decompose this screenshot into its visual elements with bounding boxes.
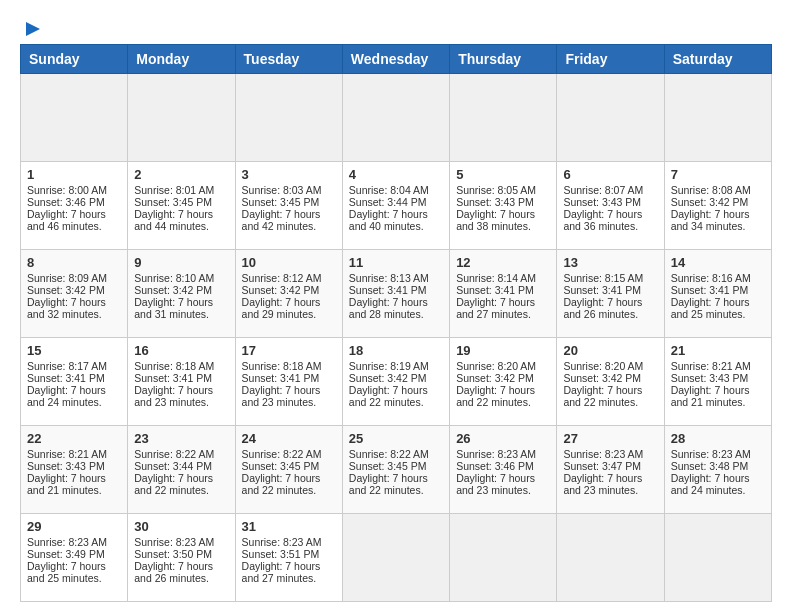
- sunset-text: Sunset: 3:41 PM: [563, 284, 641, 296]
- day-number: 20: [563, 343, 657, 358]
- page-header: [20, 20, 772, 34]
- sunset-text: Sunset: 3:48 PM: [671, 460, 749, 472]
- day-header-tuesday: Tuesday: [235, 45, 342, 74]
- day-number: 6: [563, 167, 657, 182]
- day-number: 15: [27, 343, 121, 358]
- daylight-text: Daylight: 7 hours and 23 minutes.: [563, 472, 642, 496]
- calendar-cell: 15Sunrise: 8:17 AMSunset: 3:41 PMDayligh…: [21, 338, 128, 426]
- sunrise-text: Sunrise: 8:20 AM: [456, 360, 536, 372]
- daylight-text: Daylight: 7 hours and 22 minutes.: [563, 384, 642, 408]
- day-number: 27: [563, 431, 657, 446]
- sunrise-text: Sunrise: 8:23 AM: [27, 536, 107, 548]
- daylight-text: Daylight: 7 hours and 25 minutes.: [671, 296, 750, 320]
- sunrise-text: Sunrise: 8:18 AM: [134, 360, 214, 372]
- daylight-text: Daylight: 7 hours and 46 minutes.: [27, 208, 106, 232]
- sunset-text: Sunset: 3:42 PM: [134, 284, 212, 296]
- sunrise-text: Sunrise: 8:23 AM: [456, 448, 536, 460]
- calendar-cell: 1Sunrise: 8:00 AMSunset: 3:46 PMDaylight…: [21, 162, 128, 250]
- sunset-text: Sunset: 3:45 PM: [242, 196, 320, 208]
- day-number: 30: [134, 519, 228, 534]
- calendar-cell: 9Sunrise: 8:10 AMSunset: 3:42 PMDaylight…: [128, 250, 235, 338]
- calendar-cell: [235, 74, 342, 162]
- calendar-cell: [342, 74, 449, 162]
- sunrise-text: Sunrise: 8:07 AM: [563, 184, 643, 196]
- sunrise-text: Sunrise: 8:22 AM: [134, 448, 214, 460]
- sunrise-text: Sunrise: 8:13 AM: [349, 272, 429, 284]
- daylight-text: Daylight: 7 hours and 22 minutes.: [349, 384, 428, 408]
- day-number: 19: [456, 343, 550, 358]
- calendar-cell: 2Sunrise: 8:01 AMSunset: 3:45 PMDaylight…: [128, 162, 235, 250]
- day-number: 3: [242, 167, 336, 182]
- day-number: 7: [671, 167, 765, 182]
- calendar-cell: 6Sunrise: 8:07 AMSunset: 3:43 PMDaylight…: [557, 162, 664, 250]
- sunset-text: Sunset: 3:41 PM: [242, 372, 320, 384]
- sunrise-text: Sunrise: 8:16 AM: [671, 272, 751, 284]
- calendar-cell: 4Sunrise: 8:04 AMSunset: 3:44 PMDaylight…: [342, 162, 449, 250]
- day-number: 28: [671, 431, 765, 446]
- day-number: 9: [134, 255, 228, 270]
- sunset-text: Sunset: 3:42 PM: [27, 284, 105, 296]
- calendar-cell: 14Sunrise: 8:16 AMSunset: 3:41 PMDayligh…: [664, 250, 771, 338]
- sunrise-text: Sunrise: 8:22 AM: [242, 448, 322, 460]
- week-row-0: [21, 74, 772, 162]
- daylight-text: Daylight: 7 hours and 22 minutes.: [349, 472, 428, 496]
- week-row-5: 29Sunrise: 8:23 AMSunset: 3:49 PMDayligh…: [21, 514, 772, 602]
- daylight-text: Daylight: 7 hours and 40 minutes.: [349, 208, 428, 232]
- sunrise-text: Sunrise: 8:01 AM: [134, 184, 214, 196]
- daylight-text: Daylight: 7 hours and 26 minutes.: [134, 560, 213, 584]
- daylight-text: Daylight: 7 hours and 24 minutes.: [671, 472, 750, 496]
- calendar-cell: 29Sunrise: 8:23 AMSunset: 3:49 PMDayligh…: [21, 514, 128, 602]
- calendar-cell: 23Sunrise: 8:22 AMSunset: 3:44 PMDayligh…: [128, 426, 235, 514]
- sunset-text: Sunset: 3:51 PM: [242, 548, 320, 560]
- sunrise-text: Sunrise: 8:10 AM: [134, 272, 214, 284]
- sunset-text: Sunset: 3:41 PM: [671, 284, 749, 296]
- calendar-cell: [128, 74, 235, 162]
- day-number: 25: [349, 431, 443, 446]
- calendar-cell: [664, 514, 771, 602]
- sunrise-text: Sunrise: 8:03 AM: [242, 184, 322, 196]
- calendar-body: 1Sunrise: 8:00 AMSunset: 3:46 PMDaylight…: [21, 74, 772, 602]
- day-number: 17: [242, 343, 336, 358]
- day-number: 24: [242, 431, 336, 446]
- week-row-4: 22Sunrise: 8:21 AMSunset: 3:43 PMDayligh…: [21, 426, 772, 514]
- daylight-text: Daylight: 7 hours and 32 minutes.: [27, 296, 106, 320]
- calendar-cell: 19Sunrise: 8:20 AMSunset: 3:42 PMDayligh…: [450, 338, 557, 426]
- sunrise-text: Sunrise: 8:23 AM: [242, 536, 322, 548]
- daylight-text: Daylight: 7 hours and 42 minutes.: [242, 208, 321, 232]
- sunrise-text: Sunrise: 8:15 AM: [563, 272, 643, 284]
- day-header-monday: Monday: [128, 45, 235, 74]
- sunset-text: Sunset: 3:46 PM: [27, 196, 105, 208]
- calendar-cell: 10Sunrise: 8:12 AMSunset: 3:42 PMDayligh…: [235, 250, 342, 338]
- logo: [20, 20, 42, 34]
- sunset-text: Sunset: 3:43 PM: [671, 372, 749, 384]
- week-row-1: 1Sunrise: 8:00 AMSunset: 3:46 PMDaylight…: [21, 162, 772, 250]
- sunrise-text: Sunrise: 8:22 AM: [349, 448, 429, 460]
- daylight-text: Daylight: 7 hours and 21 minutes.: [671, 384, 750, 408]
- calendar-cell: [557, 74, 664, 162]
- daylight-text: Daylight: 7 hours and 22 minutes.: [242, 472, 321, 496]
- calendar-cell: 7Sunrise: 8:08 AMSunset: 3:42 PMDaylight…: [664, 162, 771, 250]
- sunset-text: Sunset: 3:47 PM: [563, 460, 641, 472]
- daylight-text: Daylight: 7 hours and 28 minutes.: [349, 296, 428, 320]
- sunset-text: Sunset: 3:41 PM: [349, 284, 427, 296]
- calendar-cell: 26Sunrise: 8:23 AMSunset: 3:46 PMDayligh…: [450, 426, 557, 514]
- calendar-cell: [342, 514, 449, 602]
- sunrise-text: Sunrise: 8:17 AM: [27, 360, 107, 372]
- calendar-cell: 25Sunrise: 8:22 AMSunset: 3:45 PMDayligh…: [342, 426, 449, 514]
- days-of-week-row: SundayMondayTuesdayWednesdayThursdayFrid…: [21, 45, 772, 74]
- calendar-cell: [450, 74, 557, 162]
- sunrise-text: Sunrise: 8:05 AM: [456, 184, 536, 196]
- sunset-text: Sunset: 3:50 PM: [134, 548, 212, 560]
- daylight-text: Daylight: 7 hours and 23 minutes.: [242, 384, 321, 408]
- calendar-header: SundayMondayTuesdayWednesdayThursdayFrid…: [21, 45, 772, 74]
- svg-marker-0: [26, 22, 40, 36]
- day-number: 1: [27, 167, 121, 182]
- daylight-text: Daylight: 7 hours and 22 minutes.: [456, 384, 535, 408]
- week-row-2: 8Sunrise: 8:09 AMSunset: 3:42 PMDaylight…: [21, 250, 772, 338]
- day-header-friday: Friday: [557, 45, 664, 74]
- sunset-text: Sunset: 3:43 PM: [456, 196, 534, 208]
- calendar-cell: 12Sunrise: 8:14 AMSunset: 3:41 PMDayligh…: [450, 250, 557, 338]
- sunrise-text: Sunrise: 8:12 AM: [242, 272, 322, 284]
- daylight-text: Daylight: 7 hours and 29 minutes.: [242, 296, 321, 320]
- day-number: 13: [563, 255, 657, 270]
